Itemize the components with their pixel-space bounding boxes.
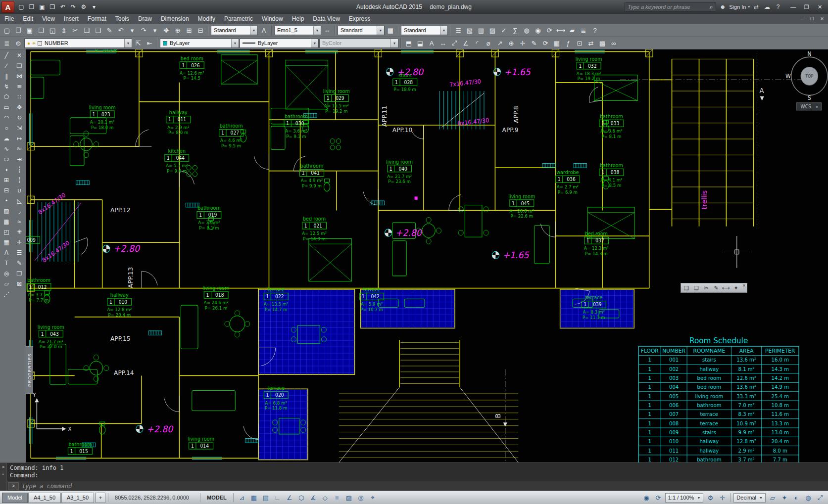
- make-block-icon[interactable]: ⊟: [1, 185, 12, 195]
- plan-annotation[interactable]: +2.80: [146, 423, 174, 434]
- plan-room-label[interactable]: living room1029A= 16.5 m²P= 19.2 m: [323, 89, 350, 114]
- text-style-combo[interactable]: Standard▼: [211, 26, 258, 35]
- open-icon[interactable]: ❐: [13, 25, 24, 36]
- doc-restore-button[interactable]: ❐: [808, 15, 817, 23]
- undo-icon[interactable]: ↶: [58, 2, 68, 12]
- sign-in-button[interactable]: Sign In▾: [729, 4, 750, 10]
- model-space-button[interactable]: MODEL: [203, 495, 231, 501]
- plan-room-label[interactable]: bathroom1012A= 3.7 m²P= 7.7 m: [27, 277, 51, 303]
- 3d-polyline-icon[interactable]: ⋰: [1, 289, 12, 299]
- markup-set-manager-icon[interactable]: ✓: [498, 25, 509, 36]
- plan-room-label[interactable]: bathroom1038A= 4.1 m²P= 8.5 m: [599, 163, 624, 188]
- gradient-icon[interactable]: ▩: [1, 217, 12, 227]
- plan-annotation[interactable]: +2.80: [113, 243, 141, 254]
- rectangle-icon[interactable]: ▭: [1, 102, 12, 112]
- match-icon[interactable]: ✎: [712, 284, 721, 292]
- linetype-combo[interactable]: ByLayer▼: [240, 39, 319, 48]
- menu-insert[interactable]: Insert: [59, 15, 83, 23]
- region-icon[interactable]: ◰: [1, 227, 12, 237]
- dim-style-dialog-icon[interactable]: ⇔: [322, 25, 333, 36]
- cloud-icon[interactable]: ☁: [763, 2, 772, 11]
- move-icon[interactable]: ✥: [14, 102, 25, 112]
- multiline-icon[interactable]: ∥: [1, 71, 12, 81]
- tool-palettes-icon[interactable]: ▥: [476, 25, 487, 36]
- menu-window[interactable]: Window: [257, 15, 288, 23]
- doc-minimize-button[interactable]: —: [798, 15, 807, 23]
- object-snap-icon[interactable]: ◇: [319, 493, 331, 503]
- polyline-icon[interactable]: ↯: [1, 82, 12, 92]
- plan-doors[interactable]: [75, 87, 602, 440]
- multileader-icon[interactable]: ↗: [494, 38, 505, 48]
- break-at-point-icon[interactable]: ┆: [14, 165, 25, 175]
- command-input[interactable]: [19, 483, 828, 490]
- plan-section-markers[interactable]: [503, 96, 764, 427]
- line-icon[interactable]: ╱: [1, 50, 12, 60]
- plan-radiators[interactable]: [76, 113, 587, 447]
- plan-room-label[interactable]: bed room1026A= 12.6 m²P= 14.5: [180, 55, 204, 81]
- plan-room-label[interactable]: A= 5.3 m²P= 10.8 m: [95, 49, 118, 53]
- chevron-down-icon[interactable]: ▼: [311, 39, 318, 47]
- dim-center-mark-icon[interactable]: ✛: [517, 38, 528, 48]
- single-line-text-icon[interactable]: T: [1, 258, 12, 268]
- plan-terraces[interactable]: [258, 289, 634, 460]
- menu-file[interactable]: File: [0, 15, 18, 23]
- lock-ui-icon[interactable]: ✦: [779, 493, 790, 503]
- plan-room-label[interactable]: living room1018A= 24.6 m²P= 26.1 m: [203, 285, 230, 311]
- dim-angular-icon[interactable]: ∠: [460, 38, 471, 48]
- point-icon[interactable]: •: [1, 196, 12, 206]
- tolerance-icon[interactable]: ⊕: [506, 38, 517, 48]
- annotation-autoscale-icon[interactable]: ⟳: [652, 493, 664, 503]
- explode-icon[interactable]: ✳: [14, 227, 25, 237]
- plan-room-label[interactable]: kitchen1044A= 5.7 m²P= 9.6 m: [165, 148, 189, 174]
- dim-aligned-icon[interactable]: ⤢: [449, 38, 460, 48]
- plan-room-label[interactable]: living room1014: [188, 436, 214, 449]
- undo-icon[interactable]: ↶: [115, 25, 126, 36]
- grid-display-icon[interactable]: ▤: [260, 493, 272, 503]
- redo-list-icon[interactable]: ▾: [149, 25, 160, 36]
- chevron-down-icon[interactable]: ▼: [250, 26, 257, 35]
- menu-tools[interactable]: Tools: [111, 15, 134, 23]
- group-icon[interactable]: ❒: [14, 269, 25, 278]
- measure-icon[interactable]: ⟷: [722, 284, 731, 292]
- menu-draw[interactable]: Draw: [134, 15, 156, 23]
- align-icon[interactable]: ✛: [14, 237, 25, 247]
- plan-room-label[interactable]: wardrobe1036A= 2.7 m²P= 6.9 m: [555, 170, 580, 195]
- redo-icon[interactable]: ↷: [138, 25, 149, 36]
- chamfer-icon[interactable]: ◺: [14, 196, 25, 206]
- ortho-mode-icon[interactable]: ∟: [272, 493, 284, 503]
- plan-grip[interactable]: [415, 196, 418, 199]
- plan-annotation[interactable]: APP.13: [127, 267, 134, 288]
- zoom-window-icon[interactable]: ⊞: [184, 25, 195, 36]
- stretch-icon[interactable]: ↦: [14, 134, 25, 143]
- mirror-icon[interactable]: ⋈: [14, 71, 25, 81]
- text-style-dialog-icon[interactable]: A: [258, 25, 269, 36]
- isolate-objects-icon[interactable]: ◐: [790, 493, 802, 503]
- table-style-combo[interactable]: Standard▼: [338, 26, 385, 35]
- search-icon[interactable]: ⌕: [707, 2, 716, 11]
- scale-icon[interactable]: ⇲: [14, 123, 25, 133]
- zoom-realtime-icon[interactable]: ⊕: [172, 25, 183, 36]
- plan-annotation[interactable]: 7x16.47/30: [449, 78, 482, 88]
- plan-annotation[interactable]: APP.8: [513, 106, 520, 123]
- menu-help[interactable]: Help: [288, 15, 309, 23]
- layer-states-icon[interactable]: ⊜: [13, 38, 24, 48]
- measure-area-icon[interactable]: ▰: [567, 25, 578, 36]
- clean-screen-icon[interactable]: ⤢: [814, 493, 826, 503]
- floating-mini-toolbar[interactable]: ❑❏✂✎⟷✦ ✕: [681, 283, 747, 293]
- minimize-button[interactable]: —: [786, 2, 800, 12]
- menu-edit[interactable]: Edit: [18, 15, 38, 23]
- menu-view[interactable]: View: [38, 15, 59, 23]
- plan-annotation[interactable]: APP.15: [110, 335, 131, 342]
- erase-icon[interactable]: ✕: [14, 50, 25, 60]
- pin-icon[interactable]: ✦: [731, 284, 740, 292]
- 3d-orbit-icon[interactable]: ⟳: [544, 25, 555, 36]
- save-icon[interactable]: ▣: [37, 2, 47, 12]
- menu-format[interactable]: Format: [83, 15, 111, 23]
- mini-toolbar-close-icon[interactable]: ✕: [742, 283, 746, 288]
- properties-palette-icon[interactable]: ☰: [453, 25, 464, 36]
- dim-radius-icon[interactable]: ◜: [472, 38, 483, 48]
- mleader-style-combo[interactable]: Standard▼: [401, 26, 448, 35]
- exchange-apps-icon[interactable]: ⇄: [752, 2, 761, 11]
- revision-cloud-icon[interactable]: ☁: [1, 134, 12, 143]
- qnew-icon[interactable]: ▢: [16, 2, 26, 12]
